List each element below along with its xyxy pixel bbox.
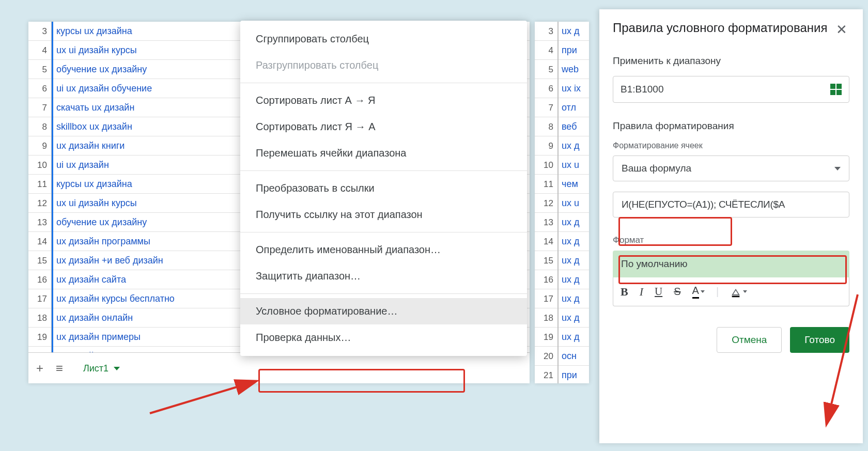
menu-data-validation[interactable]: Проверка данных… — [240, 324, 527, 351]
cell[interactable]: при — [559, 41, 589, 60]
row-number[interactable]: 9 — [535, 136, 557, 155]
row-number[interactable]: 9 — [28, 136, 51, 155]
row-number[interactable]: 6 — [535, 79, 557, 98]
cell[interactable]: ux u — [559, 155, 589, 175]
rule-type-select[interactable]: Ваша формула — [613, 155, 849, 181]
italic-button[interactable]: I — [640, 285, 643, 299]
add-sheet-button[interactable]: + — [33, 361, 47, 376]
row-number[interactable]: 8 — [535, 117, 557, 136]
all-sheets-button[interactable]: ≡ — [52, 361, 67, 376]
row-number[interactable]: 4 — [28, 41, 51, 60]
cell[interactable]: отл — [559, 98, 589, 117]
cell[interactable]: ux д — [559, 251, 589, 270]
row-number[interactable]: 10 — [535, 155, 557, 175]
grid-select-icon[interactable] — [830, 84, 842, 95]
row-number[interactable]: 21 — [535, 366, 557, 383]
rules-heading: Правила форматирования — [613, 120, 849, 132]
cell[interactable]: web — [559, 60, 589, 79]
bold-button[interactable]: B — [621, 285, 628, 299]
menu-sort-az[interactable]: Сортировать лист А → Я — [240, 87, 527, 114]
format-cells-label: Форматирование ячеек — [613, 141, 849, 150]
text-color-button[interactable]: A — [692, 285, 705, 299]
data-column[interactable]: ux дприwebux ixотлвебux дux uчемux uux д… — [558, 22, 589, 383]
cell[interactable]: ux д — [559, 328, 589, 347]
row-number[interactable]: 16 — [535, 270, 557, 289]
row-number[interactable]: 16 — [28, 270, 51, 289]
row-number[interactable]: 4 — [535, 41, 557, 60]
menu-separator — [240, 83, 527, 83]
cell[interactable]: ux д — [559, 232, 589, 251]
cell[interactable]: ux д — [559, 22, 589, 41]
row-number[interactable]: 13 — [28, 213, 51, 232]
cell[interactable]: чем — [559, 175, 589, 194]
menu-sort-za[interactable]: Сортировать лист Я → А — [240, 114, 527, 140]
cell[interactable]: ux u — [559, 194, 589, 213]
row-number[interactable]: 18 — [28, 308, 51, 328]
rule-type-value: Ваша формула — [622, 163, 691, 174]
fill-color-button[interactable] — [730, 287, 747, 297]
sheet-tabs-bar: + ≡ Лист1 — [28, 352, 530, 383]
context-menu: Сгруппировать столбец Разгруппировать ст… — [240, 21, 527, 356]
menu-get-range-link[interactable]: Получить ссылку на этот диапазон — [240, 201, 527, 228]
cell[interactable]: ux д — [559, 308, 589, 328]
row-number[interactable]: 19 — [535, 328, 557, 347]
row-number[interactable]: 3 — [28, 22, 51, 41]
cell[interactable]: ux д — [559, 213, 589, 232]
row-number[interactable]: 6 — [28, 79, 51, 98]
row-number[interactable]: 12 — [28, 194, 51, 213]
cell[interactable]: при — [559, 366, 589, 383]
row-numbers: 3456789101112131415161718192021 — [28, 22, 52, 352]
cell[interactable]: ux д — [559, 270, 589, 289]
fill-icon — [730, 287, 741, 297]
menu-group-column[interactable]: Сгруппировать столбец — [240, 26, 527, 52]
row-number[interactable]: 8 — [28, 117, 51, 136]
cell[interactable]: веб — [559, 117, 589, 136]
menu-protect-range[interactable]: Защитить диапазон… — [240, 263, 527, 289]
svg-line-1 — [150, 381, 256, 413]
row-number[interactable]: 7 — [28, 98, 51, 117]
sheet-tab-label: Лист1 — [83, 363, 109, 374]
row-numbers: 3456789101112131415161718192021 — [535, 22, 558, 383]
cell[interactable]: ux д — [559, 289, 589, 308]
row-number[interactable]: 20 — [535, 347, 557, 366]
apply-range-label: Применить к диапазону — [613, 55, 849, 67]
menu-separator — [240, 170, 527, 171]
row-number[interactable]: 14 — [535, 232, 557, 251]
row-number[interactable]: 11 — [535, 175, 557, 194]
conditional-format-panel: Правила условного форматирования ✕ Приме… — [599, 9, 863, 443]
cell[interactable]: осн — [559, 347, 589, 366]
menu-conditional-formatting[interactable]: Условное форматирование… — [240, 298, 527, 324]
chevron-down-icon — [743, 290, 747, 293]
cancel-button[interactable]: Отмена — [717, 327, 782, 353]
row-number[interactable]: 15 — [535, 251, 557, 270]
formula-input[interactable]: И(НЕ(ЕПУСТО=(A1)); СЧЁТЕСЛИ($A — [613, 192, 849, 217]
strike-button[interactable]: S — [674, 286, 680, 298]
spreadsheet-right: 3456789101112131415161718192021 ux дприw… — [535, 22, 589, 383]
row-number[interactable]: 7 — [535, 98, 557, 117]
row-number[interactable]: 12 — [535, 194, 557, 213]
row-number[interactable]: 15 — [28, 251, 51, 270]
menu-separator — [240, 232, 527, 232]
row-number[interactable]: 11 — [28, 175, 51, 194]
row-number[interactable]: 19 — [28, 328, 51, 347]
row-number[interactable]: 5 — [28, 60, 51, 79]
row-number[interactable]: 17 — [28, 289, 51, 308]
row-number[interactable]: 10 — [28, 155, 51, 175]
range-input[interactable]: B1:B1000 — [613, 76, 849, 103]
row-number[interactable]: 3 — [535, 22, 557, 41]
chevron-down-icon — [701, 290, 705, 293]
menu-shuffle-range[interactable]: Перемешать ячейки диапазона — [240, 140, 527, 166]
underline-button[interactable]: U — [655, 285, 662, 298]
row-number[interactable]: 14 — [28, 232, 51, 251]
row-number[interactable]: 17 — [535, 289, 557, 308]
close-icon[interactable]: ✕ — [834, 20, 849, 40]
row-number[interactable]: 5 — [535, 60, 557, 79]
row-number[interactable]: 13 — [535, 213, 557, 232]
done-button[interactable]: Готово — [790, 327, 849, 353]
row-number[interactable]: 18 — [535, 308, 557, 328]
menu-convert-links[interactable]: Преобразовать в ссылки — [240, 175, 527, 201]
menu-named-range[interactable]: Определить именованный диапазон… — [240, 237, 527, 263]
cell[interactable]: ux ix — [559, 79, 589, 98]
sheet-tab-1[interactable]: Лист1 — [72, 354, 131, 382]
cell[interactable]: ux д — [559, 136, 589, 155]
